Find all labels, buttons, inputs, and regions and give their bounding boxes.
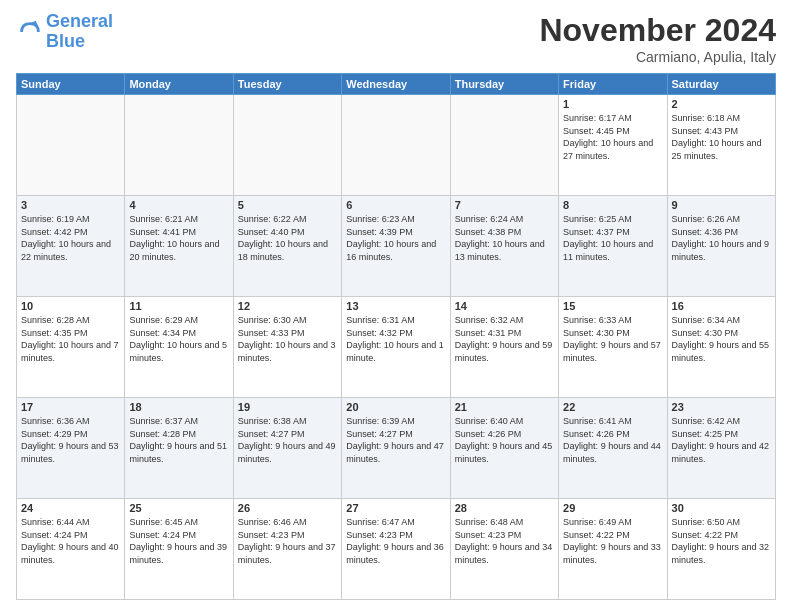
day-cell: 9Sunrise: 6:26 AMSunset: 4:36 PMDaylight… xyxy=(667,196,775,297)
day-cell: 28Sunrise: 6:48 AMSunset: 4:23 PMDayligh… xyxy=(450,499,558,600)
day-cell: 1Sunrise: 6:17 AMSunset: 4:45 PMDaylight… xyxy=(559,95,667,196)
day-number: 7 xyxy=(455,199,554,211)
week-row-2: 10Sunrise: 6:28 AMSunset: 4:35 PMDayligh… xyxy=(17,297,776,398)
day-cell: 2Sunrise: 6:18 AMSunset: 4:43 PMDaylight… xyxy=(667,95,775,196)
day-info: Sunrise: 6:46 AMSunset: 4:23 PMDaylight:… xyxy=(238,516,337,566)
day-cell: 17Sunrise: 6:36 AMSunset: 4:29 PMDayligh… xyxy=(17,398,125,499)
day-info: Sunrise: 6:25 AMSunset: 4:37 PMDaylight:… xyxy=(563,213,662,263)
day-info: Sunrise: 6:30 AMSunset: 4:33 PMDaylight:… xyxy=(238,314,337,364)
day-cell xyxy=(17,95,125,196)
week-row-4: 24Sunrise: 6:44 AMSunset: 4:24 PMDayligh… xyxy=(17,499,776,600)
day-number: 6 xyxy=(346,199,445,211)
title-block: November 2024 Carmiano, Apulia, Italy xyxy=(539,12,776,65)
day-number: 17 xyxy=(21,401,120,413)
day-number: 10 xyxy=(21,300,120,312)
week-row-0: 1Sunrise: 6:17 AMSunset: 4:45 PMDaylight… xyxy=(17,95,776,196)
day-cell: 29Sunrise: 6:49 AMSunset: 4:22 PMDayligh… xyxy=(559,499,667,600)
day-cell: 10Sunrise: 6:28 AMSunset: 4:35 PMDayligh… xyxy=(17,297,125,398)
day-number: 25 xyxy=(129,502,228,514)
header-sunday: Sunday xyxy=(17,74,125,95)
day-number: 24 xyxy=(21,502,120,514)
day-cell: 5Sunrise: 6:22 AMSunset: 4:40 PMDaylight… xyxy=(233,196,341,297)
day-cell: 3Sunrise: 6:19 AMSunset: 4:42 PMDaylight… xyxy=(17,196,125,297)
calendar-table: Sunday Monday Tuesday Wednesday Thursday… xyxy=(16,73,776,600)
day-number: 28 xyxy=(455,502,554,514)
day-info: Sunrise: 6:26 AMSunset: 4:36 PMDaylight:… xyxy=(672,213,771,263)
day-number: 23 xyxy=(672,401,771,413)
day-info: Sunrise: 6:34 AMSunset: 4:30 PMDaylight:… xyxy=(672,314,771,364)
day-cell: 7Sunrise: 6:24 AMSunset: 4:38 PMDaylight… xyxy=(450,196,558,297)
day-info: Sunrise: 6:40 AMSunset: 4:26 PMDaylight:… xyxy=(455,415,554,465)
day-info: Sunrise: 6:48 AMSunset: 4:23 PMDaylight:… xyxy=(455,516,554,566)
day-cell: 13Sunrise: 6:31 AMSunset: 4:32 PMDayligh… xyxy=(342,297,450,398)
day-number: 27 xyxy=(346,502,445,514)
header-saturday: Saturday xyxy=(667,74,775,95)
day-number: 8 xyxy=(563,199,662,211)
day-info: Sunrise: 6:31 AMSunset: 4:32 PMDaylight:… xyxy=(346,314,445,364)
day-number: 29 xyxy=(563,502,662,514)
header-thursday: Thursday xyxy=(450,74,558,95)
day-number: 19 xyxy=(238,401,337,413)
day-number: 5 xyxy=(238,199,337,211)
day-number: 11 xyxy=(129,300,228,312)
day-info: Sunrise: 6:17 AMSunset: 4:45 PMDaylight:… xyxy=(563,112,662,162)
day-info: Sunrise: 6:50 AMSunset: 4:22 PMDaylight:… xyxy=(672,516,771,566)
day-cell: 19Sunrise: 6:38 AMSunset: 4:27 PMDayligh… xyxy=(233,398,341,499)
day-number: 12 xyxy=(238,300,337,312)
day-cell: 18Sunrise: 6:37 AMSunset: 4:28 PMDayligh… xyxy=(125,398,233,499)
calendar-header-row: Sunday Monday Tuesday Wednesday Thursday… xyxy=(17,74,776,95)
day-cell: 15Sunrise: 6:33 AMSunset: 4:30 PMDayligh… xyxy=(559,297,667,398)
day-cell: 8Sunrise: 6:25 AMSunset: 4:37 PMDaylight… xyxy=(559,196,667,297)
day-info: Sunrise: 6:28 AMSunset: 4:35 PMDaylight:… xyxy=(21,314,120,364)
day-number: 20 xyxy=(346,401,445,413)
day-info: Sunrise: 6:21 AMSunset: 4:41 PMDaylight:… xyxy=(129,213,228,263)
day-cell xyxy=(233,95,341,196)
day-cell: 16Sunrise: 6:34 AMSunset: 4:30 PMDayligh… xyxy=(667,297,775,398)
day-info: Sunrise: 6:32 AMSunset: 4:31 PMDaylight:… xyxy=(455,314,554,364)
day-number: 13 xyxy=(346,300,445,312)
day-cell: 12Sunrise: 6:30 AMSunset: 4:33 PMDayligh… xyxy=(233,297,341,398)
day-cell xyxy=(125,95,233,196)
day-number: 1 xyxy=(563,98,662,110)
day-cell: 6Sunrise: 6:23 AMSunset: 4:39 PMDaylight… xyxy=(342,196,450,297)
day-cell: 27Sunrise: 6:47 AMSunset: 4:23 PMDayligh… xyxy=(342,499,450,600)
day-info: Sunrise: 6:24 AMSunset: 4:38 PMDaylight:… xyxy=(455,213,554,263)
day-info: Sunrise: 6:42 AMSunset: 4:25 PMDaylight:… xyxy=(672,415,771,465)
header-monday: Monday xyxy=(125,74,233,95)
day-number: 16 xyxy=(672,300,771,312)
logo-line1: General xyxy=(46,11,113,31)
day-info: Sunrise: 6:39 AMSunset: 4:27 PMDaylight:… xyxy=(346,415,445,465)
day-info: Sunrise: 6:47 AMSunset: 4:23 PMDaylight:… xyxy=(346,516,445,566)
day-cell: 26Sunrise: 6:46 AMSunset: 4:23 PMDayligh… xyxy=(233,499,341,600)
header-friday: Friday xyxy=(559,74,667,95)
header-wednesday: Wednesday xyxy=(342,74,450,95)
day-info: Sunrise: 6:49 AMSunset: 4:22 PMDaylight:… xyxy=(563,516,662,566)
day-number: 22 xyxy=(563,401,662,413)
day-info: Sunrise: 6:33 AMSunset: 4:30 PMDaylight:… xyxy=(563,314,662,364)
logo: General Blue xyxy=(16,12,113,52)
day-cell: 4Sunrise: 6:21 AMSunset: 4:41 PMDaylight… xyxy=(125,196,233,297)
day-number: 18 xyxy=(129,401,228,413)
day-number: 30 xyxy=(672,502,771,514)
day-cell: 11Sunrise: 6:29 AMSunset: 4:34 PMDayligh… xyxy=(125,297,233,398)
day-cell: 24Sunrise: 6:44 AMSunset: 4:24 PMDayligh… xyxy=(17,499,125,600)
day-cell: 25Sunrise: 6:45 AMSunset: 4:24 PMDayligh… xyxy=(125,499,233,600)
day-info: Sunrise: 6:41 AMSunset: 4:26 PMDaylight:… xyxy=(563,415,662,465)
day-cell: 20Sunrise: 6:39 AMSunset: 4:27 PMDayligh… xyxy=(342,398,450,499)
day-info: Sunrise: 6:37 AMSunset: 4:28 PMDaylight:… xyxy=(129,415,228,465)
day-info: Sunrise: 6:18 AMSunset: 4:43 PMDaylight:… xyxy=(672,112,771,162)
day-info: Sunrise: 6:22 AMSunset: 4:40 PMDaylight:… xyxy=(238,213,337,263)
day-number: 3 xyxy=(21,199,120,211)
day-cell xyxy=(450,95,558,196)
day-number: 4 xyxy=(129,199,228,211)
week-row-3: 17Sunrise: 6:36 AMSunset: 4:29 PMDayligh… xyxy=(17,398,776,499)
day-info: Sunrise: 6:29 AMSunset: 4:34 PMDaylight:… xyxy=(129,314,228,364)
week-row-1: 3Sunrise: 6:19 AMSunset: 4:42 PMDaylight… xyxy=(17,196,776,297)
day-info: Sunrise: 6:36 AMSunset: 4:29 PMDaylight:… xyxy=(21,415,120,465)
page: General Blue November 2024 Carmiano, Apu… xyxy=(0,0,792,612)
day-number: 26 xyxy=(238,502,337,514)
logo-text: General Blue xyxy=(46,12,113,52)
day-cell xyxy=(342,95,450,196)
day-cell: 14Sunrise: 6:32 AMSunset: 4:31 PMDayligh… xyxy=(450,297,558,398)
location: Carmiano, Apulia, Italy xyxy=(539,49,776,65)
